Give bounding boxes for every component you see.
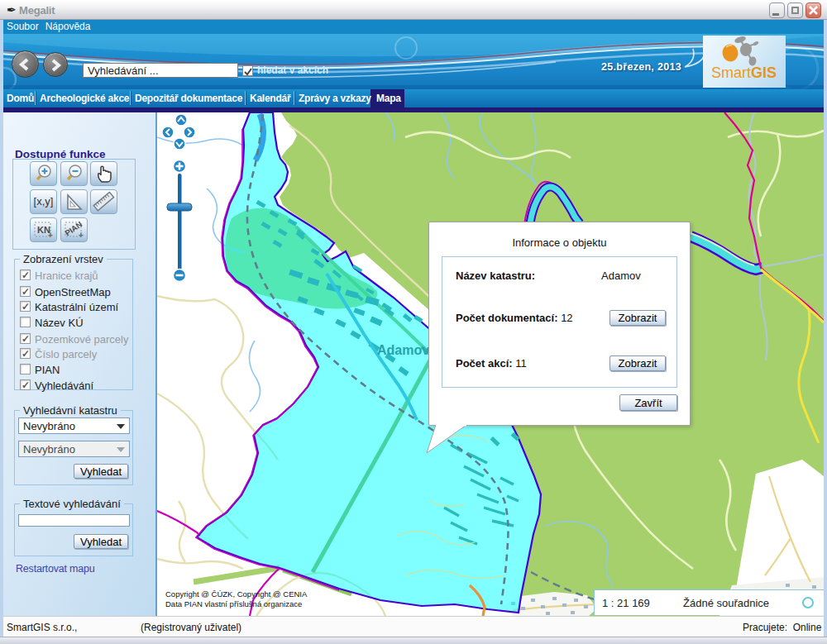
svg-text:Adamov: Adamov [377, 343, 429, 357]
svg-text:+: + [79, 231, 84, 240]
svg-text:SmartGIS: SmartGIS [711, 64, 777, 81]
svg-text:+: + [48, 231, 53, 240]
